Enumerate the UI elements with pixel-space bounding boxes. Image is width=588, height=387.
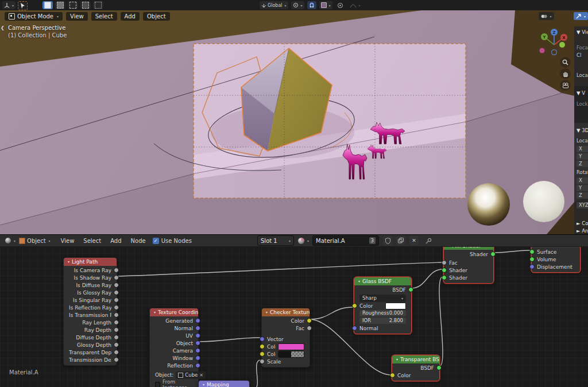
sidebar-item-9[interactable]: Y [577,153,588,160]
node-glass-bsdf[interactable]: ▾Glass BSDFBSDFSharp▾ColorRoughness0.000… [354,277,412,334]
clear-object-icon[interactable]: ✕ [199,373,203,378]
object-socket[interactable] [195,340,200,346]
reflection-socket[interactable] [195,363,200,368]
sidebar-item-15[interactable]: XYZ [577,202,588,208]
collapse-icon[interactable]: ▾ [358,277,360,285]
node-link-3[interactable] [310,307,353,319]
fac-socket[interactable] [442,260,447,265]
ne-menu-view[interactable]: View [56,238,79,244]
pin-button[interactable] [425,235,432,246]
color-swatch[interactable] [385,303,406,309]
viewport-shading-rendered-button[interactable]: ▾ [574,12,588,20]
normal-socket[interactable] [195,326,200,331]
shader-socket[interactable] [442,275,447,280]
node-texture-coordinate[interactable]: ▾Texture CoordinateGeneratedNormalUVObje… [149,308,199,387]
diffuse-depth-socket[interactable] [114,335,119,340]
fac-socket[interactable] [307,326,312,331]
window-socket[interactable] [195,355,200,361]
displacement-socket[interactable] [529,264,535,269]
sidebar-item-6[interactable]: ▼ 3D [577,127,588,133]
menu-object[interactable]: Object [143,12,170,21]
viewport-sidebar[interactable]: ▼ VieFocalClLocal▼ VLock▼ 3DLocatiXYZRot… [574,26,588,234]
node-header-checker-texture[interactable]: ▾Checker Texture [262,308,310,316]
users-count-badge[interactable]: 3 [369,237,376,244]
distribution-dropdown[interactable]: Sharp▾ [359,295,406,302]
node-mapping[interactable]: ▾Mapping [198,380,250,387]
node-header-transparent-bsdf[interactable]: ▾Transparent BSDF [392,355,439,363]
node-checker-texture[interactable]: ▾Checker TextureColorFacVectorColor1Colo… [261,308,310,367]
is-diffuse-ray-socket[interactable] [114,282,119,288]
collapse-icon[interactable]: ▾ [68,258,69,266]
node-link-1[interactable] [198,338,261,342]
vector-socket[interactable] [260,336,265,342]
menu-select[interactable]: Select [91,12,117,21]
bsdf-socket[interactable] [408,287,413,292]
ray-depth-socket[interactable] [114,327,119,332]
is-shadow-ray-socket[interactable] [114,275,119,280]
mode-dropdown[interactable]: Object Mode ▾ [5,12,63,21]
pivot-point-dropdown[interactable]: ▾ [291,1,304,9]
color-socket[interactable] [307,318,312,323]
node-mix-shader[interactable]: ▾Mix ShaderShaderFacShaderShader [443,246,494,284]
volume-socket[interactable] [529,257,535,262]
camera-view-button[interactable] [560,80,571,91]
collapse-icon[interactable]: ▾ [266,308,268,316]
roughness-slider[interactable]: Roughness0.000 [359,310,406,316]
node-canvas[interactable]: Material.A ▾Light PathIs Camera RayIs Sh… [0,246,588,387]
menu-add[interactable]: Add [121,12,140,21]
shader-node-editor[interactable]: ▾ Object ▾ View Select Add Node ✓ Use No… [0,234,588,387]
select-mode-intersect[interactable] [93,1,103,9]
uv-socket[interactable] [195,333,200,338]
camera-socket[interactable] [195,348,200,353]
collapse-icon[interactable]: ▾ [203,381,204,387]
node-light-path[interactable]: ▾Light PathIs Camera RayIs Shadow RayIs … [63,257,117,366]
node-link-0[interactable] [117,262,443,276]
node-header-glass-bsdf[interactable]: ▾Glass BSDF [354,277,411,285]
color-socket[interactable] [390,373,395,378]
gizmo-minus-y[interactable] [559,42,565,48]
material-name-field[interactable]: Material.A 3 [312,235,379,246]
gizmo-minus-z[interactable] [552,50,557,55]
checkbox-unchecked[interactable] [155,382,160,387]
collapse-icon[interactable]: ▾ [396,355,398,363]
material-browse-dropdown[interactable]: ▾ [297,237,309,245]
gizmo-minus-x[interactable] [540,48,545,53]
ray-length-socket[interactable] [114,320,119,325]
sidebar-item-4[interactable]: ▼ V [577,90,585,96]
node-link-5[interactable] [411,269,443,288]
sidebar-item-12[interactable]: X [577,177,588,184]
node-transparent-bsdf[interactable]: ▾Transparent BSDFBSDFColor [392,355,440,381]
select-mode-new[interactable] [42,1,53,9]
scale-socket[interactable] [260,359,265,364]
fake-user-button[interactable] [383,236,392,245]
node-header-mapping[interactable]: ▾Mapping [199,381,249,387]
active-tool-button[interactable] [18,1,28,10]
sidebar-item-13[interactable]: Y [577,185,588,191]
node-header-texture-coordinate[interactable]: ▾Texture Coordinate [150,308,198,316]
sidebar-item-17[interactable]: ► An [577,228,588,234]
object-selector-field[interactable]: Cube✕ [176,371,206,379]
proportional-falloff-dropdown[interactable]: ▾ [348,1,362,9]
new-material-button[interactable] [396,236,405,245]
transmission-depth-socket[interactable] [114,357,119,362]
glossy-depth-socket[interactable] [114,342,119,347]
is-glossy-ray-socket[interactable] [114,290,119,295]
color1-socket[interactable] [260,344,265,349]
editor-type-select[interactable]: ▾ [2,1,16,9]
unlink-material-button[interactable]: ✕ [409,236,419,245]
select-mode-subtract[interactable] [68,1,78,9]
ior-slider[interactable]: IOR2.800 [359,318,406,324]
editor-type-dropdown[interactable]: ▾ [5,237,16,244]
snap-toggle[interactable] [307,1,316,9]
pan-button[interactable] [560,68,571,79]
select-mode-extend[interactable] [55,1,65,9]
use-nodes-checkbox[interactable]: ✓ Use Nodes [153,238,192,244]
shader-socket[interactable] [442,268,447,273]
node-header-light-path[interactable]: ▾Light Path [64,258,117,266]
generated-socket[interactable] [195,318,200,323]
ne-menu-node[interactable]: Node [126,238,150,244]
transparent-depth-socket[interactable] [114,350,119,355]
node-link-2[interactable] [253,360,261,387]
is-transmission-ray-socket[interactable] [114,312,119,318]
select-mode-invert[interactable] [80,1,91,9]
